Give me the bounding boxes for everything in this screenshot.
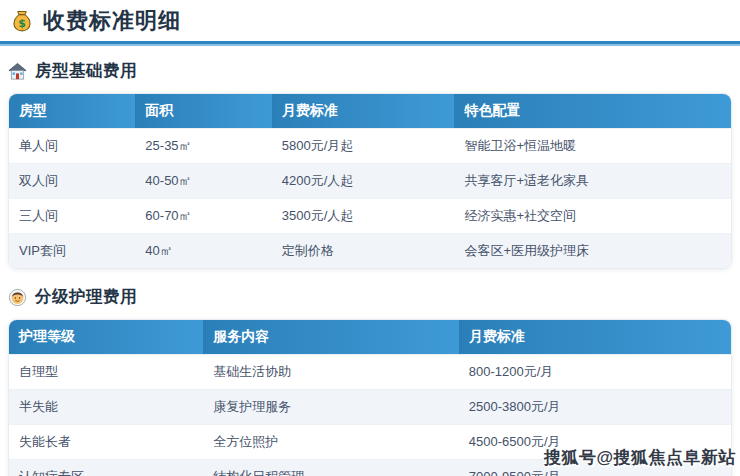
caregiver-icon	[8, 288, 27, 307]
cell-features: 智能卫浴+恒温地暖	[454, 129, 731, 164]
cell-service: 康复护理服务	[203, 390, 459, 425]
house-icon	[8, 62, 27, 81]
cell-area: 40㎡	[135, 234, 271, 269]
svg-text:$: $	[18, 17, 26, 30]
table-row: 单人间 25-35㎡ 5800元/月起 智能卫浴+恒温地暖	[9, 129, 731, 164]
cell-care-level: 失能长者	[9, 425, 203, 460]
cell-care-level: 自理型	[9, 355, 203, 390]
header-divider-light	[0, 44, 740, 46]
table-header-row: 房型 面积 月费标准 特色配置	[9, 94, 731, 129]
cell-room-type: 双人间	[9, 164, 135, 199]
section-nursing-fees-heading: 分级护理费用	[8, 286, 732, 308]
column-header-service: 服务内容	[203, 320, 459, 355]
cell-features: 共享客厅+适老化家具	[454, 164, 731, 199]
cell-room-type: VIP套间	[9, 234, 135, 269]
cell-care-level: 半失能	[9, 390, 203, 425]
table-row: 双人间 40-50㎡ 4200元/人起 共享客厅+适老化家具	[9, 164, 731, 199]
cell-service: 全方位照护	[203, 425, 459, 460]
cell-monthly-fee: 定制价格	[272, 234, 455, 269]
room-fees-table: 房型 面积 月费标准 特色配置 单人间 25-35㎡ 5800元/月起 智能卫浴…	[8, 93, 732, 269]
cell-monthly-fee: 3500元/人起	[272, 199, 455, 234]
cell-area: 25-35㎡	[135, 129, 271, 164]
cell-features: 会客区+医用级护理床	[454, 234, 731, 269]
cell-care-level: 认知症专区	[9, 460, 203, 476]
page-header: $ 收费标准明细	[8, 0, 732, 41]
column-header-features: 特色配置	[454, 94, 731, 129]
column-header-care-level: 护理等级	[9, 320, 203, 355]
table-row: 自理型 基础生活协助 800-1200元/月	[9, 355, 731, 390]
section-room-fees: 房型基础费用 房型 面积 月费标准 特色配置	[8, 60, 732, 269]
page-title: 收费标准明细	[43, 7, 181, 35]
column-header-area: 面积	[135, 94, 271, 129]
cell-area: 60-70㎡	[135, 199, 271, 234]
table-row: 三人间 60-70㎡ 3500元/人起 经济实惠+社交空间	[9, 199, 731, 234]
cell-room-type: 三人间	[9, 199, 135, 234]
money-bag-icon: $	[10, 9, 34, 33]
cell-monthly-fee: 5800元/月起	[272, 129, 455, 164]
section-heading: 分级护理费用	[35, 286, 137, 308]
column-header-monthly-fee: 月费标准	[459, 320, 731, 355]
cell-monthly-fee: 4200元/人起	[272, 164, 455, 199]
cell-features: 经济实惠+社交空间	[454, 199, 731, 234]
table-row: VIP套间 40㎡ 定制价格 会客区+医用级护理床	[9, 234, 731, 269]
table-row: 半失能 康复护理服务 2500-3800元/月	[9, 390, 731, 425]
cell-service: 基础生活协助	[203, 355, 459, 390]
column-header-room-type: 房型	[9, 94, 135, 129]
cell-monthly-fee: 800-1200元/月	[459, 355, 731, 390]
section-room-fees-heading: 房型基础费用	[8, 60, 732, 82]
watermark: 搜狐号@搜狐焦点阜新站	[544, 446, 736, 469]
cell-room-type: 单人间	[9, 129, 135, 164]
cell-area: 40-50㎡	[135, 164, 271, 199]
table-header-row: 护理等级 服务内容 月费标准	[9, 320, 731, 355]
column-header-monthly-fee: 月费标准	[272, 94, 455, 129]
section-heading: 房型基础费用	[35, 60, 137, 82]
page: $ 收费标准明细 房型基础费用	[0, 0, 740, 476]
cell-monthly-fee: 2500-3800元/月	[459, 390, 731, 425]
cell-service: 结构化日程管理	[203, 460, 459, 476]
